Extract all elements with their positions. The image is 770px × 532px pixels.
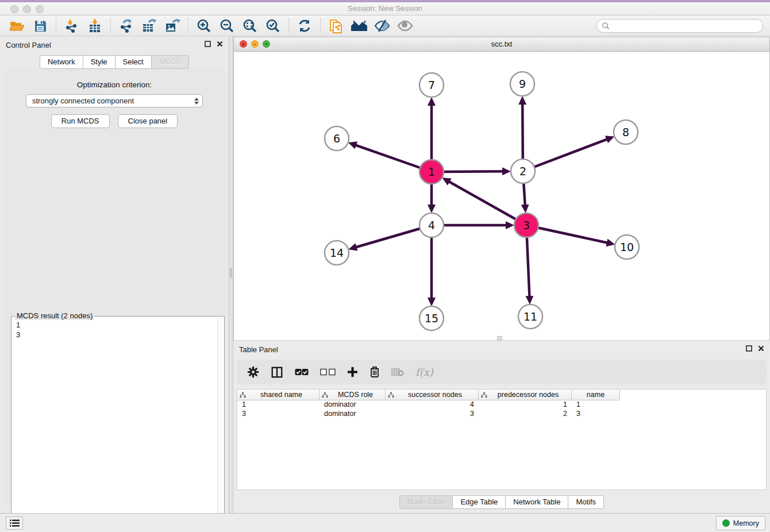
graph-node-15[interactable]: 15: [419, 306, 444, 330]
canvas-resize-grip[interactable]: [497, 336, 502, 340]
split-columns-button[interactable]: [271, 366, 283, 379]
save-session-button[interactable]: [29, 17, 52, 34]
svg-text:2: 2: [519, 165, 526, 178]
network-graph[interactable]: 7968124314101511: [234, 52, 770, 341]
add-column-button[interactable]: [347, 367, 358, 377]
export-table-button[interactable]: [138, 17, 161, 34]
column-header-shared-name[interactable]: shared name: [237, 390, 319, 400]
export-network-button[interactable]: [115, 17, 138, 34]
graph-node-1[interactable]: 1: [419, 160, 444, 184]
delete-table-button[interactable]: [391, 368, 404, 376]
graph-node-10[interactable]: 10: [615, 235, 639, 259]
search-box[interactable]: [596, 19, 763, 33]
graph-node-9[interactable]: 9: [510, 72, 534, 96]
splitter-handle-icon[interactable]: [230, 268, 232, 277]
graph-edge-2-8[interactable]: [523, 139, 607, 171]
network-window: x − + scc.txt 7968124314101511: [233, 37, 770, 341]
close-icon[interactable]: [217, 41, 223, 47]
table-settings-button[interactable]: [247, 366, 259, 378]
float-icon[interactable]: [746, 345, 752, 352]
search-input[interactable]: [610, 22, 758, 30]
tab-select[interactable]: Select: [116, 55, 152, 69]
close-icon[interactable]: [758, 345, 764, 352]
refresh-button[interactable]: [293, 17, 316, 34]
graph-node-3[interactable]: 3: [514, 213, 538, 237]
cell-name[interactable]: 1: [572, 400, 620, 410]
delete-table-icon: [391, 368, 404, 376]
optimization-criterion-label: Optimization criterion:: [3, 80, 225, 89]
tab-edge-table[interactable]: Edge Table: [453, 495, 506, 509]
import-network-button[interactable]: [60, 17, 83, 34]
graph-node-14[interactable]: 14: [325, 241, 349, 265]
column-header-predecessor-nodes[interactable]: predecessor nodes: [479, 390, 572, 400]
tab-node-table[interactable]: Node Table: [399, 495, 453, 509]
graph-edge-3-1[interactable]: [449, 182, 526, 225]
import-table-button[interactable]: [83, 17, 106, 34]
cell-mcds-role[interactable]: dominator: [319, 400, 386, 410]
network-window-titlebar[interactable]: x − + scc.txt: [234, 37, 769, 52]
tab-motifs[interactable]: Motifs: [568, 495, 604, 509]
mcds-result-item[interactable]: 3: [16, 330, 220, 340]
graph-node-4[interactable]: 4: [419, 213, 444, 237]
tab-style[interactable]: Style: [83, 55, 116, 69]
home-icon-button[interactable]: [348, 17, 371, 34]
graph-node-2[interactable]: 2: [511, 159, 535, 183]
cell-predecessor-nodes[interactable]: 1: [479, 400, 572, 410]
graph-node-11[interactable]: 11: [518, 304, 542, 329]
cell-name[interactable]: 3: [572, 410, 620, 419]
unchecked-boxes-icon: [320, 368, 336, 376]
mcds-result-title: MCDS result (2 nodes): [15, 311, 94, 320]
hierarchy-icon: [322, 392, 328, 398]
export-image-button[interactable]: [161, 17, 184, 34]
zoom-fit-button[interactable]: [238, 17, 261, 34]
close-panel-button[interactable]: Close panel: [118, 114, 178, 128]
mcds-result-item[interactable]: 1: [16, 320, 220, 330]
memory-button[interactable]: Memory: [716, 516, 765, 530]
column-header-successor-nodes[interactable]: successor nodes: [386, 390, 479, 400]
tab-network-table[interactable]: Network Table: [506, 495, 568, 509]
clone-network-button[interactable]: [325, 17, 348, 34]
svg-text:8: 8: [622, 126, 629, 138]
run-mcds-button[interactable]: Run MCDS: [51, 114, 110, 128]
task-history-button[interactable]: [6, 516, 23, 530]
result-scrollbar[interactable]: [217, 317, 224, 531]
select-all-checkboxes-button[interactable]: [295, 368, 309, 376]
cell-shared-name[interactable]: 1: [237, 400, 319, 410]
tab-mcds[interactable]: MCDS: [152, 55, 189, 69]
cell-successor-nodes[interactable]: 3: [386, 410, 479, 419]
vertical-splitter[interactable]: [229, 36, 233, 513]
graph-node-6[interactable]: 6: [325, 126, 349, 151]
table-row[interactable]: 3 dominator 3 2 3: [237, 410, 766, 419]
fx-icon: f(x): [415, 366, 433, 378]
function-builder-button[interactable]: f(x): [415, 366, 433, 378]
show-details-button[interactable]: [394, 17, 417, 34]
graph-node-7[interactable]: 7: [419, 73, 444, 97]
tab-network[interactable]: Network: [40, 55, 83, 69]
save-icon: [33, 19, 47, 33]
export-image-icon: [165, 18, 180, 33]
zoom-fit-icon: [242, 18, 257, 33]
network-canvas[interactable]: 7968124314101511: [234, 52, 769, 341]
clear-checkboxes-button[interactable]: [320, 368, 336, 376]
table-row[interactable]: 1 dominator 4 1 1: [237, 400, 766, 410]
hide-details-button[interactable]: [371, 17, 394, 34]
cell-predecessor-nodes[interactable]: 2: [479, 410, 572, 419]
optimization-criterion-select[interactable]: strongly connected component: [26, 94, 203, 107]
open-session-button[interactable]: [6, 17, 29, 34]
checked-boxes-icon: [295, 368, 309, 376]
toolbar-separator: [56, 18, 56, 33]
cell-successor-nodes[interactable]: 4: [386, 400, 479, 410]
zoom-out-button[interactable]: [215, 17, 238, 34]
mcds-result-list[interactable]: 1 3: [11, 317, 224, 343]
column-header-name[interactable]: name: [572, 390, 620, 400]
cell-shared-name[interactable]: 3: [237, 410, 319, 419]
column-header-mcds-role[interactable]: MCDS role: [319, 390, 386, 400]
graph-node-8[interactable]: 8: [614, 120, 638, 144]
home-icon: [351, 19, 368, 33]
zoom-in-button[interactable]: [192, 17, 215, 34]
memory-label: Memory: [733, 519, 759, 527]
delete-column-button[interactable]: [369, 366, 380, 378]
float-icon[interactable]: [205, 41, 211, 47]
zoom-selected-button[interactable]: [261, 17, 284, 34]
cell-mcds-role[interactable]: dominator: [319, 410, 386, 419]
